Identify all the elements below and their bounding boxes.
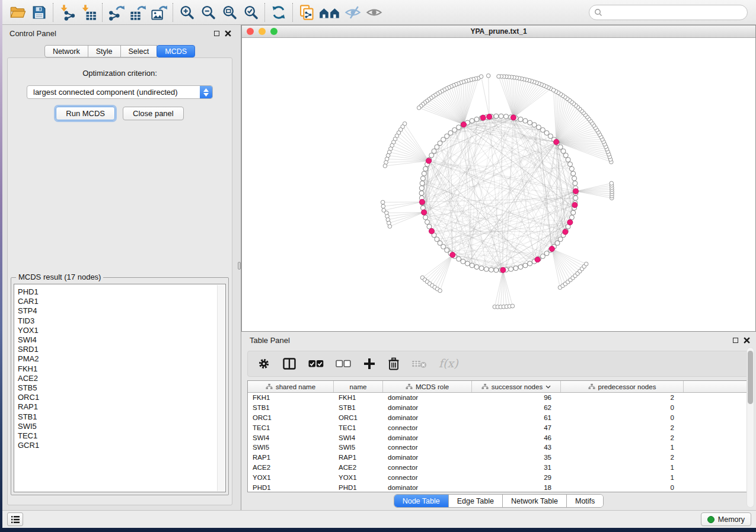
column-header-MCDS-role[interactable]: MCDS role (383, 381, 472, 392)
node-table[interactable]: shared namename MCDS role successor node… (247, 380, 751, 492)
float-table-panel-icon[interactable] (733, 338, 738, 343)
cell: SWI5 (248, 444, 334, 451)
select-all-rows-button[interactable] (308, 360, 324, 368)
column-header-successor-nodes[interactable]: successor nodes (472, 381, 561, 392)
hide-selected-button[interactable] (342, 2, 363, 23)
import-network-button[interactable] (56, 2, 78, 23)
tab-motifs[interactable]: Motifs (567, 495, 603, 507)
open-file-button[interactable] (7, 2, 28, 23)
close-panel-icon[interactable] (225, 30, 231, 37)
attribute-type-icon (266, 383, 273, 390)
import-table-button[interactable] (78, 2, 99, 23)
table-row[interactable]: ACE2ACE2connector311 (248, 463, 751, 473)
mcds-result-item[interactable]: TID3 (18, 316, 225, 326)
cell: ACE2 (248, 464, 334, 471)
table-row[interactable]: SWI5SWI5connector431 (248, 443, 751, 453)
export-image-button[interactable] (148, 2, 170, 23)
show-columns-button[interactable] (282, 357, 296, 370)
duplicate-network-icon (298, 4, 315, 21)
table-panel-title: Table Panel (250, 336, 290, 345)
table-scrollbar-thumb[interactable] (748, 351, 753, 404)
mcds-result-item[interactable]: STP4 (18, 306, 225, 316)
first-neighbors-button[interactable] (317, 2, 342, 23)
memory-button[interactable]: Memory (701, 512, 751, 526)
mcds-result-item[interactable]: YOX1 (18, 326, 225, 335)
splitter-grip-icon[interactable] (238, 262, 241, 270)
deselect-all-rows-button[interactable] (336, 360, 351, 368)
tab-network[interactable]: Network (44, 45, 88, 57)
table-row[interactable]: SWI4SWI4dominator462 (248, 432, 751, 443)
close-table-panel-icon[interactable] (744, 337, 750, 344)
mcds-result-item[interactable]: FKH1 (18, 364, 225, 374)
column-header-name[interactable]: name (334, 381, 383, 392)
close-panel-button[interactable]: Close panel (123, 107, 184, 120)
table-row[interactable]: PHD1PHD1dominator180 (248, 482, 751, 492)
control-panel: Control Panel NetworkStyleSelectMCDS Opt… (2, 25, 237, 510)
cell: FKH1 (248, 394, 334, 401)
zoom-fit-button[interactable] (219, 2, 240, 23)
floppy-save-icon (31, 5, 47, 20)
mcds-result-list[interactable]: PHD1CAR1STP4TID3YOX1SWI4SRD1PMA2FKH1ACE2… (14, 284, 226, 492)
column-header-shared-name[interactable]: shared name (248, 381, 334, 392)
column-header-predecessor-nodes[interactable]: predecessor nodes (561, 381, 684, 392)
mcds-result-item[interactable]: SWI5 (18, 422, 225, 431)
table-row[interactable]: ORC1ORC1dominator610 (248, 413, 751, 423)
mcds-result-item[interactable]: STB5 (18, 383, 225, 393)
table-row[interactable]: STB1STB1dominator620 (248, 403, 751, 413)
duplicate-network-button[interactable] (296, 2, 317, 23)
table-row[interactable]: YOX1YOX1connector291 (248, 472, 751, 482)
panel-splitter[interactable] (237, 25, 241, 510)
cell: 46 (472, 434, 561, 441)
table-scrollbar[interactable] (747, 347, 754, 508)
mcds-result-item[interactable]: STB1 (18, 412, 225, 422)
mcds-result-item[interactable]: SWI4 (18, 335, 225, 345)
cell: 61 (472, 414, 561, 421)
column-header-filler (684, 381, 751, 392)
tab-edge-table[interactable]: Edge Table (449, 495, 503, 507)
mcds-tab-content: Optimization criterion: largest connecte… (7, 57, 232, 505)
table-settings-button[interactable] (257, 357, 270, 370)
tab-node-table[interactable]: Node Table (394, 495, 449, 507)
save-session-button[interactable] (28, 2, 50, 23)
run-mcds-button[interactable]: Run MCDS (56, 107, 115, 120)
mcds-result-item[interactable]: RAP1 (18, 402, 225, 412)
export-network-button[interactable] (106, 2, 127, 23)
zoom-in-button[interactable] (176, 2, 197, 23)
refresh-view-button[interactable] (268, 2, 289, 23)
table-row[interactable]: TEC1TEC1connector472 (248, 422, 751, 432)
cell: TEC1 (248, 424, 334, 431)
table-row[interactable]: RAP1RAP1dominator352 (248, 453, 751, 463)
network-canvas[interactable] (242, 38, 755, 332)
table-row[interactable]: FKH1FKH1dominator962 (248, 393, 751, 403)
zoom-selected-button[interactable] (240, 2, 261, 23)
add-column-button[interactable] (363, 357, 376, 370)
export-table-button[interactable] (127, 2, 148, 23)
mcds-result-item[interactable]: CAR1 (18, 297, 225, 306)
delete-column-button[interactable] (388, 357, 400, 370)
criterion-select[interactable]: largest connected component (undirected) (27, 85, 213, 99)
mcds-result-item[interactable]: ACE2 (18, 374, 225, 383)
cell: connector (383, 424, 472, 431)
mcds-result-item[interactable]: PHD1 (18, 287, 225, 297)
show-all-button[interactable] (363, 2, 385, 23)
tab-mcds[interactable]: MCDS (157, 45, 195, 57)
cell: STB1 (334, 404, 383, 411)
tab-style[interactable]: Style (88, 45, 121, 57)
search-input[interactable] (605, 8, 742, 17)
task-history-button[interactable] (7, 512, 23, 526)
cell: connector (383, 464, 472, 471)
cell: 0 (561, 484, 684, 491)
tab-network-table[interactable]: Network Table (503, 495, 567, 507)
search-box[interactable] (589, 5, 748, 20)
mcds-result-item[interactable]: SRD1 (18, 345, 225, 354)
export-network-icon (108, 4, 125, 21)
mcds-result-item[interactable]: PMA2 (18, 354, 225, 364)
tab-select[interactable]: Select (120, 45, 158, 57)
mcds-result-item[interactable]: GCR1 (18, 441, 225, 450)
mcds-result-item[interactable]: TEC1 (18, 431, 225, 441)
network-window-titlebar[interactable]: YPA_prune.txt_1 (242, 25, 755, 38)
float-panel-icon[interactable] (214, 31, 219, 36)
zoom-out-button[interactable] (197, 2, 219, 23)
mcds-result-item[interactable]: ORC1 (18, 393, 225, 402)
list-scrollbar[interactable] (217, 285, 225, 491)
